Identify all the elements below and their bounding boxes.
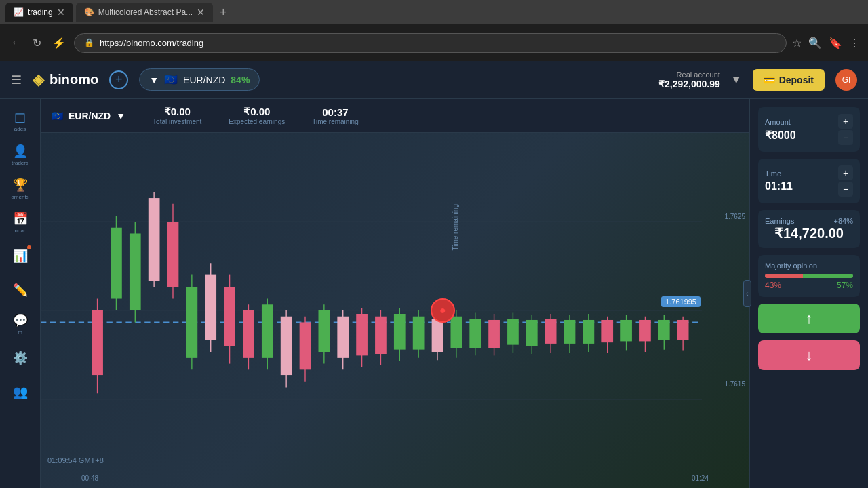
svg-rect-19 (224, 287, 235, 346)
logo-text: binomo (50, 72, 98, 87)
bookmark-star-icon[interactable]: ☆ (792, 37, 802, 49)
deposit-button[interactable]: 💳 Deposit (753, 69, 825, 91)
tab-abstract[interactable]: 🎨 Multicolored Abstract Pa... ✕ (76, 3, 213, 22)
menu-icon[interactable]: ⋮ (849, 37, 860, 49)
pct-up: 57% (837, 281, 853, 290)
trading-app: ☰ ◈ binomo + ▼ 🇪🇺 EUR/NZD 84% Real accou… (0, 61, 868, 488)
chart-icon: ◫ (14, 110, 26, 125)
price-low: 1.7615 (724, 380, 745, 388)
address-bar[interactable]: 🔒 https://binomo.com/trading (74, 33, 787, 53)
asset-pct: 84% (231, 75, 250, 85)
svg-rect-29 (319, 310, 330, 352)
time-value: 01:11 (765, 180, 793, 192)
svg-rect-5 (92, 310, 103, 375)
time-section: Time 01:11 + − (758, 159, 860, 203)
settings-icon: ⚙️ (13, 350, 28, 365)
time-remaining-label: Time remaining (312, 118, 359, 125)
collapse-icon: ‹ (746, 290, 748, 298)
x-label-0: 00:48 (81, 474, 98, 482)
sidebar-label-tournaments: aments (11, 194, 28, 200)
svg-rect-39 (413, 317, 425, 350)
trade-down-button[interactable]: ↓ (758, 340, 860, 370)
calendar-icon: 📅 (13, 211, 28, 226)
nav-bar: ← ↻ ⚡ 🔒 https://binomo.com/trading ☆ 🔍 🔖… (0, 24, 868, 61)
svg-rect-47 (488, 320, 500, 348)
dropdown-arrow-icon: ▼ (149, 75, 159, 85)
refresh-button[interactable]: ↻ (30, 34, 44, 52)
tab-favicon-2: 🎨 (84, 7, 94, 17)
sidebar-item-tournaments[interactable]: 🏆 aments (5, 174, 35, 203)
sidebar-item-chat[interactable]: 💬 m (5, 309, 35, 339)
total-investment-label: Total investment (153, 118, 201, 125)
svg-rect-31 (337, 317, 349, 358)
svg-rect-57 (583, 320, 595, 344)
asset-selector[interactable]: ▼ 🇪🇺 EUR/NZD 84% (139, 68, 260, 91)
time-decrease-button[interactable]: − (838, 182, 853, 197)
sidebar-item-settings[interactable]: ⚙️ (5, 343, 35, 373)
time-label: Time (765, 169, 793, 178)
price-scale: 1.7625 1.7615 (702, 133, 749, 468)
x-axis: 00:48 01:24 (41, 468, 749, 488)
logo: ◈ binomo (33, 71, 98, 89)
sidebar-item-users[interactable]: 👥 (5, 377, 35, 407)
avatar: GI (835, 69, 857, 91)
chart-area: 🇪🇺 EUR/NZD ▼ ₹0.00 Total investment ₹0.0… (41, 99, 749, 488)
sidebar-item-trades[interactable]: ◫ ades (5, 106, 35, 136)
svg-rect-15 (186, 287, 198, 358)
back-button[interactable]: ← (8, 34, 24, 52)
bar-up (803, 274, 853, 278)
svg-rect-11 (149, 198, 160, 281)
up-arrow-icon: ↑ (806, 310, 813, 327)
time-increase-button[interactable]: + (838, 165, 853, 180)
indicators-icon: 📊 (13, 249, 28, 264)
svg-rect-51 (526, 320, 538, 346)
amount-increase-button[interactable]: + (838, 114, 853, 129)
left-sidebar: ◫ ades 👤 traders 🏆 aments 📅 ndar 📊 ✏️ (0, 99, 41, 488)
svg-rect-63 (639, 320, 651, 341)
tab-close-button[interactable]: ✕ (57, 7, 65, 18)
collapse-handle[interactable]: ‹ (743, 280, 751, 307)
app-header: ☰ ◈ binomo + ▼ 🇪🇺 EUR/NZD 84% Real accou… (0, 61, 868, 99)
browser-chrome: 📈 trading ✕ 🎨 Multicolored Abstract Pa..… (0, 0, 868, 61)
add-instrument-button[interactable]: + (109, 70, 128, 89)
svg-rect-35 (375, 317, 387, 354)
sidebar-label-calendar: ndar (14, 228, 25, 234)
currency-pair-selector[interactable]: 🇪🇺 EUR/NZD ▼ (52, 110, 125, 121)
nav-actions: ☆ 🔍 🔖 ⋮ (792, 37, 860, 49)
bar-down (765, 274, 803, 278)
sidebar-item-traders[interactable]: 👤 traders (5, 140, 35, 169)
bolt-button[interactable]: ⚡ (50, 34, 68, 52)
balance-dropdown-icon[interactable]: ▼ (731, 74, 742, 86)
account-label: Real account (658, 70, 720, 79)
tab-close-button-2[interactable]: ✕ (197, 7, 205, 18)
draw-icon: ✏️ (13, 283, 28, 298)
sidebar-item-calendar[interactable]: 📅 ndar (5, 207, 35, 237)
asset-name: EUR/NZD (183, 75, 225, 85)
main-content: ◫ ades 👤 traders 🏆 aments 📅 ndar 📊 ✏️ (0, 99, 868, 488)
sidebar-item-indicators[interactable]: 📊 (5, 241, 35, 271)
amount-decrease-button[interactable]: − (838, 130, 853, 145)
sidebar-item-draw[interactable]: ✏️ (5, 275, 35, 305)
chat-icon: 💬 (13, 313, 28, 328)
account-info: Real account ₹2,292,000.99 (658, 70, 720, 89)
earnings-value: ₹14,720.00 (765, 225, 853, 241)
tab-trading[interactable]: 📈 trading ✕ (5, 3, 73, 22)
amount-value: ₹8000 (765, 129, 796, 142)
total-investment-value: ₹0.00 (153, 106, 201, 118)
svg-rect-25 (281, 317, 292, 375)
svg-rect-67 (677, 320, 689, 340)
tab-bar: 📈 trading ✕ 🎨 Multicolored Abstract Pa..… (0, 0, 868, 24)
x-label-1: 01:24 (692, 474, 709, 482)
svg-rect-37 (394, 314, 406, 349)
price-high: 1.7625 (724, 213, 745, 220)
hamburger-icon[interactable]: ☰ (11, 73, 22, 87)
account-balance: ₹2,292,000.99 (658, 79, 720, 89)
search-icon[interactable]: 🔍 (808, 37, 822, 49)
add-tab-button[interactable]: + (216, 5, 231, 20)
trade-up-button[interactable]: ↑ (758, 304, 860, 333)
svg-rect-13 (167, 222, 179, 287)
profile-icon[interactable]: 🔖 (829, 37, 842, 49)
tab-favicon: 📈 (14, 7, 24, 17)
time-remaining-stat: 00:37 Time remaining (312, 106, 359, 125)
svg-rect-53 (545, 319, 557, 344)
